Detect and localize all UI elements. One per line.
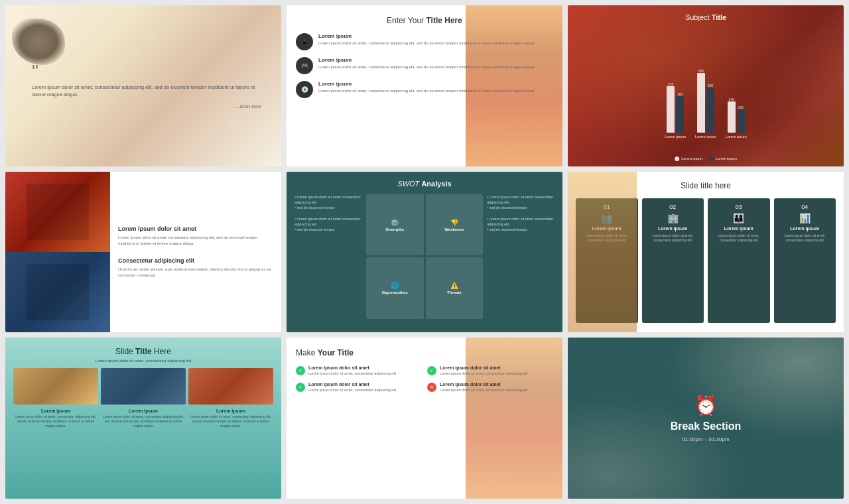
list-item-3: 💿 Lorem ipsum Lorem ipsum dolor sit amet… — [296, 81, 553, 98]
opportunities-label: Opportunities — [381, 290, 407, 294]
card-4-number: 04 — [801, 204, 808, 210]
bar-light-3 — [728, 101, 736, 133]
check-title-2: Lorem ipsum dolor sit amet — [440, 365, 527, 370]
list-icon-1: 📱 — [296, 33, 313, 50]
list-icon-3: 💿 — [296, 81, 313, 98]
slide2-title-prefix: Enter Your — [387, 16, 426, 25]
card-2-text: Lorem ipsum dolor sit amet, consectetur … — [646, 233, 700, 243]
slide-checklist: Make Your Title ✓ Lorem ipsum dolor sit … — [287, 338, 562, 499]
watercolor-bg-8 — [466, 338, 562, 499]
check-item-1: ✓ Lorem ipsum dolor sit amet Lorem ipsum… — [296, 365, 422, 377]
break-clock-icon: ⏰ — [694, 395, 718, 416]
bar-wrap-1: 210 180 — [667, 82, 684, 133]
check-desc-4: Lorem ipsum dolor sit amet, consectetur … — [440, 388, 527, 393]
slide7-title-prefix: Slide — [115, 347, 135, 356]
check-text-4: Lorem ipsum dolor sit amet Lorem ipsum d… — [440, 382, 527, 393]
marble-overlay — [568, 338, 844, 499]
swot-left-item-4: sed do eiusmod tempor — [294, 227, 362, 232]
swot-col-right: Lorem ipsum dolor sit amet consectetur a… — [487, 194, 555, 320]
swot-cell-strengths: ⚙️ Strengths — [366, 194, 424, 256]
card-3-icon: 👨‍👩‍👦 — [733, 213, 744, 223]
card-3: 03 👨‍👩‍👦 Lorem ipsum Lorem ipsum dolor s… — [708, 198, 770, 324]
quote-content: " Lorem ipsum dolor sit amet, consectetu… — [5, 49, 281, 123]
bar-val-3b: 105 — [738, 105, 744, 109]
slide7-title-suffix: Here — [152, 347, 171, 356]
slide-title-list: Enter Your Title Here 📱 Lorem ipsum Lore… — [287, 5, 562, 166]
card-4-icon: 📊 — [799, 213, 811, 223]
checklist: ✓ Lorem ipsum dolor sit amet Lorem ipsum… — [296, 365, 553, 393]
text-column: Lorem ipsum dolor sit amet Lorem ipsum d… — [110, 172, 281, 333]
bar-wrap-3: 140 105 — [728, 97, 745, 133]
bar-val-1b: 180 — [677, 92, 683, 96]
card-2-title: Lorem ipsum — [658, 226, 687, 231]
swot-cell-opportunities: 🌐 Opportunities — [366, 257, 424, 319]
slide-text-images: Lorem ipsum dolor sit amet Lorem ipsum d… — [5, 172, 281, 333]
images-column — [5, 172, 110, 333]
legend-label-1: Lorem ipsum — [681, 157, 702, 160]
swot-grid: ⚙️ Strengths 👎 Weakness 🌐 Opportunities … — [366, 194, 483, 320]
caption-3-text: Lorem ipsum dolor sit amet, consectetur … — [188, 414, 273, 428]
check-title-1: Lorem ipsum dolor sit amet — [308, 365, 396, 370]
threats-label: Threats — [447, 290, 462, 294]
swot-title: SWOT Analysis — [294, 180, 555, 188]
opportunities-icon: 🌐 — [391, 282, 399, 289]
text-block-2-text: Ut enim ad minim veniam, quis nostrud ex… — [118, 267, 273, 279]
caption-1: Lorem ipsum Lorem ipsum dolor sit amet, … — [13, 409, 98, 428]
text-block-2-title: Consectetur adipiscing elit — [118, 257, 273, 264]
bar-label-1: Lorem ipsum — [665, 135, 686, 139]
text-block-1-text: Lorem ipsum dolor sit amet, consectetur … — [118, 235, 273, 247]
legend-dot-2 — [709, 157, 714, 161]
check-icon-1: ✓ — [296, 366, 305, 375]
break-title: Break Section — [671, 420, 742, 432]
slide-swot: SWOT Analysis Lorem ipsum dolor sit amet… — [287, 172, 562, 333]
item-text-1: Lorem ipsum Lorem ipsum dolor sit amet, … — [318, 33, 535, 46]
quote-author: - John Doe — [32, 103, 261, 109]
card-2-number: 02 — [669, 204, 676, 210]
slide7-subtitle: Lorem ipsum dolor sit amet, consectetur … — [13, 359, 273, 363]
swot-layout: Lorem ipsum dolor sit amet consectetur a… — [294, 194, 555, 320]
bar-val-1a: 210 — [668, 82, 673, 86]
caption-3-title: Lorem ipsum — [188, 409, 273, 413]
chart-title: Subject Title — [578, 13, 833, 21]
thumbnail-3 — [188, 368, 273, 405]
check-icon-2: ✓ — [427, 366, 436, 375]
captions-row: Lorem ipsum Lorem ipsum dolor sit amet, … — [13, 409, 273, 428]
bar-label-3: Lorem ipsum — [726, 135, 747, 139]
caption-1-title: Lorem ipsum — [13, 409, 98, 413]
chart-title-bold: Title — [712, 13, 726, 21]
card-3-text: Lorem ipsum dolor sit amet, consectetur … — [712, 233, 766, 243]
swot-left-list-2: Lorem ipsum dolor sit amet consectetur a… — [294, 216, 362, 233]
person-silhouette-bottom — [27, 264, 90, 320]
strengths-label: Strengths — [385, 227, 404, 231]
card-2: 02 🏢 Lorem ipsum Lorem ipsum dolor sit a… — [642, 198, 704, 324]
legend-item-1: Lorem ipsum — [675, 157, 702, 161]
thumbnail-2 — [101, 368, 186, 405]
bar-light-1 — [667, 86, 675, 133]
list-icon-2: 🎮 — [296, 57, 313, 74]
swot-title-prefix: SWOT — [397, 180, 421, 188]
chart-title-prefix: Subject — [685, 13, 712, 21]
check-desc-2: Lorem ipsum dolor sit amet, consectetur … — [440, 371, 527, 377]
bar-val-2b: 200 — [708, 84, 713, 88]
item-label-3: Lorem ipsum — [318, 81, 535, 87]
check-title-3: Lorem ipsum dolor sit amet — [308, 382, 396, 387]
slide-quote: " Lorem ipsum dolor sit amet, consectetu… — [5, 5, 281, 166]
list-item-2: 🎮 Lorem ipsum Lorem ipsum dolor sit amet… — [296, 57, 553, 74]
slide-bar-chart: Subject Title 210 180 Lorem ipsum — [568, 5, 844, 166]
bar-wrap-2: 260 200 — [697, 69, 714, 133]
text-block-1: Lorem ipsum dolor sit amet Lorem ipsum d… — [118, 225, 273, 247]
slide-break-section: ⏰ Break Section 01:00pm – 01:30pm — [568, 338, 844, 499]
bars-container: 210 180 Lorem ipsum 260 — [578, 27, 833, 158]
slide2-title: Enter Your Title Here — [296, 16, 553, 25]
threats-icon: ⚠️ — [450, 282, 458, 289]
card-4: 04 📊 Lorem ipsum Lorem ipsum dolor sit a… — [774, 198, 836, 324]
item-desc-3: Lorem ipsum dolor sit amet, consectetur … — [318, 88, 535, 94]
swot-cell-weakness: 👎 Weakness — [426, 194, 484, 256]
bar-dark-1 — [676, 96, 684, 133]
item-label-2: Lorem ipsum — [318, 57, 535, 63]
check-desc-3: Lorem ipsum dolor sit amet, consectetur … — [308, 388, 396, 393]
slide7-title-bold: Title — [135, 347, 151, 356]
swot-right-item-1: Lorem ipsum dolor sit amet consectetur a… — [487, 194, 555, 206]
swot-left-item-2: sed do eiusmod tempor — [294, 205, 362, 210]
swot-left-item-1: Lorem ipsum dolor sit amet consectetur a… — [294, 194, 362, 206]
